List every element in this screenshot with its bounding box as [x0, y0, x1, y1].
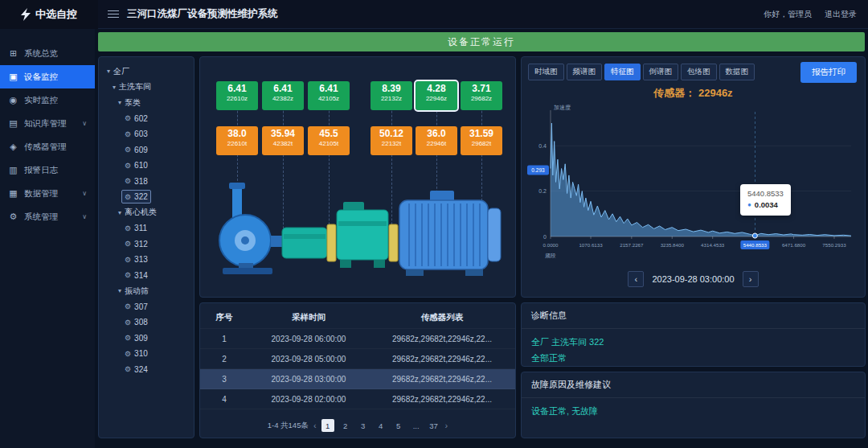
sensor-tag-22132t[interactable]: 50.1222132t	[371, 126, 412, 155]
sidebar-item-label: 设备监控	[24, 72, 58, 83]
svg-text:2157.2267: 2157.2267	[620, 242, 644, 248]
page-4[interactable]: 4	[375, 419, 387, 432]
sensor-tag-42382t[interactable]: 35.9442382t	[262, 126, 304, 155]
sensor-tag-22610t[interactable]: 38.022610t	[216, 126, 258, 155]
page-2[interactable]: 2	[339, 419, 352, 432]
fault-advice-panel: 故障原因及维修建议 设备正常, 无故障	[521, 372, 866, 438]
tree-node-308[interactable]: ⚙308	[102, 314, 190, 331]
sensor-chart-title: 传感器： 22946z	[522, 86, 865, 101]
sensor-id: 22132t	[371, 140, 412, 148]
table-row[interactable]: 1 2023-09-28 06:00:00 29682z,29682t,2294…	[200, 329, 515, 349]
sensor-value: 6.41	[216, 84, 258, 94]
overview-icon: ⊞	[8, 48, 18, 59]
diagnosis-location-link[interactable]: 全厂 主洗车间 322	[531, 335, 855, 351]
tree-node-610[interactable]: ⚙610	[102, 158, 190, 174]
sensor-value: 50.12	[371, 129, 412, 139]
header-index: 序号	[200, 312, 248, 323]
logout-link[interactable]: 退出登录	[825, 9, 857, 20]
tree-node-311[interactable]: ⚙311	[102, 220, 190, 236]
sensor-value: 6.41	[308, 84, 350, 94]
sensor-id: 29682t	[461, 140, 502, 148]
page-1[interactable]: 1	[321, 419, 334, 432]
tab-spectrum[interactable]: 频谱图	[567, 64, 603, 80]
equipment-illustration	[207, 160, 510, 294]
sidebar-item-overview[interactable]: ⊞ 系统总览	[0, 42, 95, 65]
diagnosis-panel: 诊断信息 全厂 主洗车间 322 全部正常	[521, 302, 866, 367]
tree-node-313[interactable]: ⚙313	[102, 252, 190, 268]
tree-node-312[interactable]: ⚙312	[102, 236, 190, 253]
tree-node-plant[interactable]: ▾全厂	[102, 64, 190, 80]
prev-date-button[interactable]: ‹	[628, 271, 644, 287]
sidebar-item-label: 知识库管理	[24, 118, 67, 129]
page-37[interactable]: 37	[428, 419, 440, 432]
page-title: 三河口洗煤厂设备预测性维护系统	[127, 7, 278, 21]
sensor-tag-42105t[interactable]: 45.542105t	[308, 126, 350, 155]
fault-title: 故障原因及维修建议	[522, 372, 865, 398]
svg-text:加速度: 加速度	[554, 105, 571, 111]
tree-node-324[interactable]: ⚙324	[102, 362, 190, 378]
sidebar-item-label: 系统总览	[24, 48, 58, 60]
tree-node-main-workshop[interactable]: ▾主洗车间	[102, 80, 190, 96]
gear-icon: ⚙	[125, 130, 131, 138]
page-5[interactable]: 5	[392, 419, 405, 432]
table-row[interactable]: 4 2023-09-28 02:00:00 29682z,29682t,2294…	[200, 389, 515, 409]
sensor-tag-22946t[interactable]: 36.022946t	[416, 126, 457, 155]
sidebar-item-data-mgmt[interactable]: ▦ 数据管理 ∨	[0, 182, 95, 205]
table-row-selected[interactable]: 3 2023-09-28 03:00:00 29682z,29682t,2294…	[200, 369, 515, 389]
sensor-tag-42105z[interactable]: 6.4142105z	[308, 81, 350, 110]
header-sample-time: 采样时间	[248, 312, 369, 323]
tab-data[interactable]: 数据图	[719, 64, 755, 80]
main-sidebar: ⊞ 系统总览 ▣ 设备监控 ◉ 实时监控 ▤ 知识库管理 ∨ ◈ 传感器管理 ▥…	[0, 29, 95, 448]
app-logo: 中选自控	[0, 0, 98, 29]
report-print-button[interactable]: 报告打印	[800, 62, 857, 83]
sidebar-item-system-mgmt[interactable]: ⚙ 系统管理 ∨	[0, 205, 95, 228]
tab-cepstrum[interactable]: 倒谱图	[643, 64, 679, 80]
tab-time-domain[interactable]: 时域图	[528, 64, 564, 80]
tree-node-322[interactable]: ⚙322	[102, 189, 190, 205]
sidebar-item-realtime[interactable]: ◉ 实时监控	[0, 88, 95, 112]
svg-text:0.4: 0.4	[538, 143, 547, 149]
tree-node-307[interactable]: ⚙307	[102, 299, 190, 315]
sidebar-item-knowledge[interactable]: ▤ 知识库管理 ∨	[0, 112, 95, 135]
tree-node-centrifuges[interactable]: ▾离心机类	[102, 205, 190, 221]
sensor-tag-22132z[interactable]: 8.3922132z	[371, 81, 412, 110]
sensor-tag-42382z[interactable]: 6.4142382z	[262, 81, 304, 110]
tree-node-602[interactable]: ⚙602	[102, 111, 190, 127]
diagnosis-title: 诊断信息	[522, 303, 865, 329]
tree-node-310[interactable]: ⚙310	[102, 346, 190, 362]
table-row[interactable]: 2 2023-09-28 05:00:00 29682z,29682t,2294…	[200, 349, 515, 369]
sensor-value: 3.71	[461, 84, 502, 94]
gear-icon: ⚙	[125, 224, 131, 232]
tree-node-603[interactable]: ⚙603	[102, 126, 190, 142]
lightning-icon	[21, 8, 31, 21]
tree-node-318[interactable]: ⚙318	[102, 174, 190, 190]
sensor-tag-22946z[interactable]: 4.2822946z	[416, 81, 457, 110]
tree-node-609[interactable]: ⚙609	[102, 142, 190, 158]
tree-node-vibrating-screens[interactable]: ▾振动筛	[102, 283, 190, 299]
tree-node-label: 振动筛	[125, 286, 149, 297]
page-3[interactable]: 3	[357, 419, 370, 432]
sidebar-item-device-monitor[interactable]: ▣ 设备监控	[0, 65, 95, 88]
tree-node-pumps[interactable]: ▾泵类	[102, 95, 190, 111]
gear-icon: ⚙	[125, 302, 131, 310]
tab-envelope[interactable]: 包络图	[681, 64, 717, 80]
tab-feature[interactable]: 特征图	[604, 64, 641, 80]
menu-collapse-icon[interactable]	[108, 10, 119, 18]
caret-down-icon: ▾	[118, 99, 121, 106]
sidebar-item-sensor-mgmt[interactable]: ◈ 传感器管理	[0, 135, 95, 158]
next-page-icon[interactable]: ›	[445, 421, 448, 430]
sidebar-item-label: 传感器管理	[24, 142, 67, 153]
sensor-tag-22610z[interactable]: 6.4122610z	[216, 81, 258, 110]
diagnosis-status-link[interactable]: 全部正常	[531, 351, 855, 367]
sidebar-item-alarm-log[interactable]: ▥ 报警日志	[0, 158, 95, 182]
alarm-icon: ▥	[8, 165, 18, 175]
tree-node-309[interactable]: ⚙309	[102, 331, 190, 347]
sensor-tag-29682t[interactable]: 31.5929682t	[461, 126, 502, 155]
prev-page-icon[interactable]: ‹	[313, 421, 317, 430]
next-date-button[interactable]: ›	[743, 271, 759, 287]
sensor-id: 22946z	[416, 95, 457, 103]
tree-node-314[interactable]: ⚙314	[102, 268, 190, 284]
sensor-tag-29682z[interactable]: 3.7129682z	[461, 81, 502, 110]
header-sensor-list: 传感器列表	[369, 312, 515, 323]
gear-icon: ⚙	[125, 256, 131, 264]
